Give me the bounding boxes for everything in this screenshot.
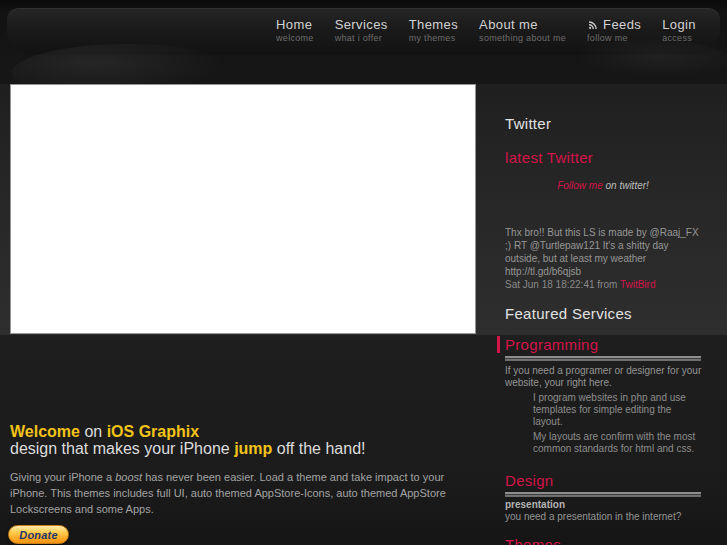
programming-divider: [505, 356, 701, 361]
intro-start: Giving your iPhone a: [10, 471, 115, 483]
design-heading: Design: [505, 472, 554, 489]
list-item: My layouts are confirm with the most com…: [505, 431, 703, 455]
nav-sublabel: something about me: [479, 33, 566, 43]
themes-heading-cutoff: Themes: [505, 536, 561, 545]
nav-label: Login: [662, 17, 696, 32]
follow-me-line: Follow me on twitter!: [505, 180, 701, 191]
nav-sublabel: access: [662, 33, 696, 43]
nav-item-about-me[interactable]: About me something about me: [479, 17, 566, 43]
content-slider-placeholder: [10, 84, 476, 334]
design-item-text: you need a presentation in the internet?: [505, 511, 703, 523]
design-divider: [505, 492, 701, 497]
nav-item-login[interactable]: Login access: [662, 17, 696, 43]
intro-boost: boost: [115, 471, 142, 483]
main-navigation: Home welcome Services what i offer Theme…: [276, 17, 696, 43]
nav-sublabel: welcome: [276, 33, 314, 43]
tagline-end: off the hand!: [272, 440, 365, 457]
tweet-timestamp: Sat Jun 18 18:22:41 from TwitBird: [505, 278, 705, 291]
design-item-title: presentation: [505, 499, 565, 510]
nav-item-home[interactable]: Home welcome: [276, 17, 314, 43]
welcome-section: Welcome on iOS Graphix design that makes…: [10, 423, 478, 517]
nav-label: About me: [479, 17, 566, 32]
twitbird-source-link[interactable]: TwitBird: [620, 279, 656, 290]
site-name: iOS Graphix: [107, 423, 199, 440]
programming-heading: Programming: [497, 336, 598, 353]
featured-services-title: Featured Services: [505, 305, 632, 322]
nav-item-themes[interactable]: Themes my themes: [409, 17, 458, 43]
page: Home welcome Services what i offer Theme…: [0, 0, 727, 545]
list-item: I program websites in php and use templa…: [505, 392, 703, 428]
welcome-word: Welcome: [10, 423, 80, 440]
donate-button-label: Donate: [19, 529, 57, 541]
tagline-start: design that makes your iPhone: [10, 440, 234, 457]
programming-intro: If you need a programer or designer for …: [505, 365, 703, 389]
nav-label: Themes: [409, 17, 458, 32]
intro-paragraph: Giving your iPhone a boost has never bee…: [10, 469, 478, 517]
latest-twitter-heading: latest Twitter: [505, 149, 593, 166]
follow-me-link[interactable]: Follow me: [557, 180, 603, 191]
sidebar: Twitter latest Twitter Follow me on twit…: [505, 84, 705, 545]
nav-item-services[interactable]: Services what i offer: [335, 17, 388, 43]
rss-icon: [587, 19, 599, 31]
twitter-section-title: Twitter: [505, 115, 551, 132]
nav-sublabel: my themes: [409, 33, 458, 43]
page-title-line2: design that makes your iPhone jump off t…: [10, 440, 478, 457]
welcome-connector: on: [80, 423, 107, 440]
nav-label: Feeds: [603, 17, 641, 32]
page-title-line1: Welcome on iOS Graphix: [10, 423, 478, 440]
nav-sublabel: what i offer: [335, 33, 388, 43]
programming-list: I program websites in php and use templa…: [505, 392, 703, 458]
tweet-text: Thx bro!! But this LS is made by @Raaj_F…: [505, 226, 705, 278]
donate-button[interactable]: Donate: [8, 525, 69, 544]
latest-tweet: Thx bro!! But this LS is made by @Raaj_F…: [505, 226, 705, 291]
follow-me-suffix: on twitter!: [603, 180, 649, 191]
tweet-timestamp-prefix: Sat Jun 18 18:22:41 from: [505, 279, 620, 290]
nav-sublabel: follow me: [587, 33, 641, 43]
nav-item-feeds[interactable]: Feeds follow me: [587, 17, 641, 43]
tagline-jump: jump: [234, 440, 272, 457]
nav-label: Services: [335, 17, 388, 32]
nav-label: Home: [276, 17, 314, 32]
